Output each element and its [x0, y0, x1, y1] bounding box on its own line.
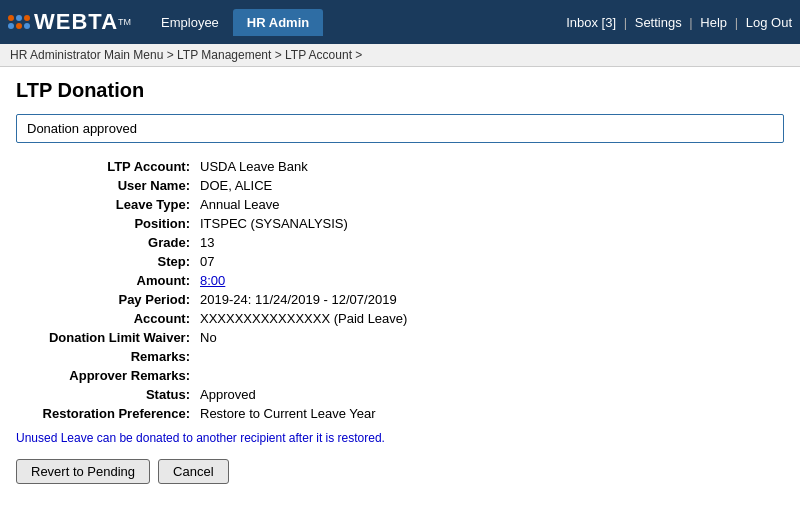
nav-tab-hradmin[interactable]: HR Admin	[233, 9, 323, 36]
logo-text: WEBTA	[34, 9, 118, 35]
table-row: User Name: DOE, ALICE	[16, 176, 784, 195]
field-value-user-name: DOE, ALICE	[196, 176, 784, 195]
field-label-restoration-preference: Restoration Preference:	[16, 404, 196, 423]
field-label-approver-remarks: Approver Remarks:	[16, 366, 196, 385]
table-row: Donation Limit Waiver: No	[16, 328, 784, 347]
revert-to-pending-button[interactable]: Revert to Pending	[16, 459, 150, 484]
header: WEBTATM Employee HR Admin Inbox [3] | Se…	[0, 0, 800, 44]
info-text: Unused Leave can be donated to another r…	[16, 431, 784, 445]
logo-dots	[8, 15, 30, 29]
table-row: LTP Account: USDA Leave Bank	[16, 157, 784, 176]
dot1	[8, 15, 14, 21]
table-row: Position: ITSPEC (SYSANALYSIS)	[16, 214, 784, 233]
sep3: |	[735, 15, 738, 30]
table-row: Grade: 13	[16, 233, 784, 252]
field-value-restoration-preference: Restore to Current Leave Year	[196, 404, 784, 423]
field-label-remarks: Remarks:	[16, 347, 196, 366]
nav-tab-employee[interactable]: Employee	[147, 9, 233, 36]
field-label-account: Account:	[16, 309, 196, 328]
status-message-text: Donation approved	[27, 121, 137, 136]
table-row: Account: XXXXXXXXXXXXXXX (Paid Leave)	[16, 309, 784, 328]
field-value-amount: 8:00	[196, 271, 784, 290]
main-content: LTP Donation Donation approved LTP Accou…	[0, 67, 800, 504]
main-nav: Employee HR Admin	[147, 9, 323, 36]
dot2	[16, 15, 22, 21]
field-value-account: XXXXXXXXXXXXXXX (Paid Leave)	[196, 309, 784, 328]
inbox-link[interactable]: Inbox [3]	[566, 15, 616, 30]
field-label-pay-period: Pay Period:	[16, 290, 196, 309]
field-value-ltp-account: USDA Leave Bank	[196, 157, 784, 176]
field-label-position: Position:	[16, 214, 196, 233]
table-row: Amount: 8:00	[16, 271, 784, 290]
field-label-amount: Amount:	[16, 271, 196, 290]
settings-link[interactable]: Settings	[635, 15, 682, 30]
breadcrumb-sep2: >	[275, 48, 285, 62]
logout-link[interactable]: Log Out	[746, 15, 792, 30]
field-value-position: ITSPEC (SYSANALYSIS)	[196, 214, 784, 233]
logo-area: WEBTATM	[8, 9, 131, 35]
help-link[interactable]: Help	[700, 15, 727, 30]
breadcrumb-home[interactable]: HR Administrator Main Menu	[10, 48, 163, 62]
table-row: Remarks:	[16, 347, 784, 366]
table-row: Restoration Preference: Restore to Curre…	[16, 404, 784, 423]
sep1: |	[624, 15, 627, 30]
dot3	[24, 15, 30, 21]
breadcrumb-sep1: >	[167, 48, 177, 62]
breadcrumb-sep3: >	[355, 48, 362, 62]
dot4	[8, 23, 14, 29]
table-row: Status: Approved	[16, 385, 784, 404]
table-row: Pay Period: 2019-24: 11/24/2019 - 12/07/…	[16, 290, 784, 309]
field-value-remarks	[196, 347, 784, 366]
field-label-status: Status:	[16, 385, 196, 404]
cancel-button[interactable]: Cancel	[158, 459, 228, 484]
field-value-status: Approved	[196, 385, 784, 404]
table-row: Approver Remarks:	[16, 366, 784, 385]
field-label-step: Step:	[16, 252, 196, 271]
breadcrumb-ltp-management[interactable]: LTP Management	[177, 48, 271, 62]
table-row: Step: 07	[16, 252, 784, 271]
field-label-donation-limit-waiver: Donation Limit Waiver:	[16, 328, 196, 347]
logo-tm: TM	[118, 17, 131, 27]
sep2: |	[689, 15, 692, 30]
dot6	[24, 23, 30, 29]
amount-link[interactable]: 8:00	[200, 273, 225, 288]
header-right-links: Inbox [3] | Settings | Help | Log Out	[566, 15, 792, 30]
field-value-donation-limit-waiver: No	[196, 328, 784, 347]
field-value-grade: 13	[196, 233, 784, 252]
button-row: Revert to Pending Cancel	[16, 459, 784, 484]
status-message-box: Donation approved	[16, 114, 784, 143]
field-value-approver-remarks	[196, 366, 784, 385]
field-label-ltp-account: LTP Account:	[16, 157, 196, 176]
field-label-grade: Grade:	[16, 233, 196, 252]
page-title: LTP Donation	[16, 79, 784, 102]
field-value-leave-type: Annual Leave	[196, 195, 784, 214]
field-label-leave-type: Leave Type:	[16, 195, 196, 214]
breadcrumb: HR Administrator Main Menu > LTP Managem…	[0, 44, 800, 67]
field-label-user-name: User Name:	[16, 176, 196, 195]
table-row: Leave Type: Annual Leave	[16, 195, 784, 214]
breadcrumb-ltp-account[interactable]: LTP Account	[285, 48, 352, 62]
field-value-pay-period: 2019-24: 11/24/2019 - 12/07/2019	[196, 290, 784, 309]
field-value-step: 07	[196, 252, 784, 271]
dot5	[16, 23, 22, 29]
donation-details-table: LTP Account: USDA Leave Bank User Name: …	[16, 157, 784, 423]
